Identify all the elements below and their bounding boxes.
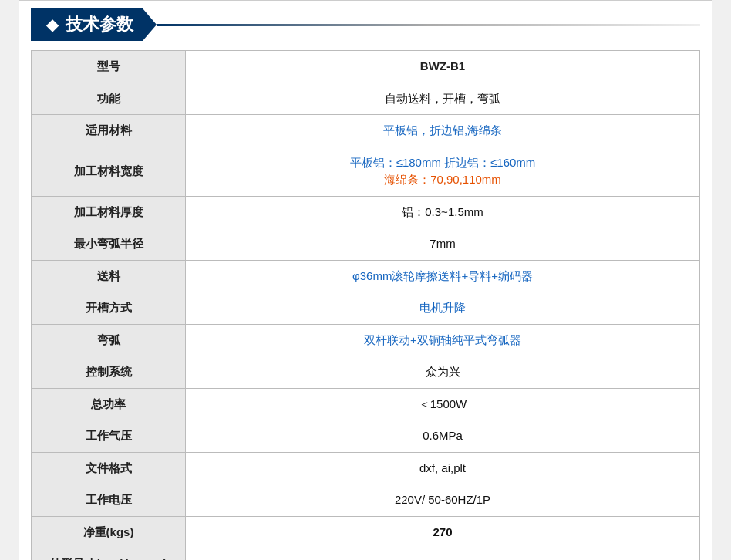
row-value: 7mm [186, 228, 700, 261]
row-value: 220V/ 50-60HZ/1P [186, 484, 700, 517]
main-container: ◆ 技术参数 型号BWZ-B1功能自动送料，开槽，弯弧适用材料平板铝，折边铝,海… [19, 0, 712, 560]
row-label: 开槽方式 [32, 292, 186, 325]
row-value: 双杆联动+双铜轴纯平式弯弧器 [186, 324, 700, 356]
row-label: 型号 [32, 51, 186, 83]
row-label: 加工材料宽度 [32, 147, 186, 196]
row-label: 工作气压 [32, 420, 186, 453]
row-value: 平板铝，折边铝,海绵条 [186, 115, 700, 147]
row-label: 加工材料厚度 [32, 196, 186, 228]
table-row: 加工材料宽度平板铝：≤180mm 折边铝：≤160mm海绵条：70,90,110… [32, 147, 700, 196]
table-row: 弯弧双杆联动+双铜轴纯平式弯弧器 [32, 324, 700, 356]
row-label: 送料 [32, 260, 186, 292]
table-row: 加工材料厚度铝：0.3~1.5mm [32, 196, 700, 228]
row-value: 0.6MPa [186, 420, 700, 453]
row-value: 众为兴 [186, 356, 700, 389]
row-value: 铝：0.3~1.5mm [186, 196, 700, 228]
table-row: 开槽方式电机升降 [32, 292, 700, 325]
row-label: 控制系统 [32, 356, 186, 389]
row-value: 自动送料，开槽，弯弧 [186, 83, 700, 115]
table-row: 工作气压0.6MPa [32, 420, 700, 453]
table-row: 总功率＜1500W [32, 388, 700, 420]
row-value: 平板铝：≤180mm 折边铝：≤160mm海绵条：70,90,110mm [186, 147, 700, 196]
table-row: 工作电压220V/ 50-60HZ/1P [32, 484, 700, 517]
row-label: 文件格式 [32, 452, 186, 484]
title-icon: ◆ [46, 15, 58, 34]
specs-table: 型号BWZ-B1功能自动送料，开槽，弯弧适用材料平板铝，折边铝,海绵条加工材料宽… [31, 50, 700, 560]
row-label: 净重(kgs) [32, 516, 186, 548]
row-value: ＜1500W [186, 388, 700, 420]
row-label: 外形尺寸(mm)(L*W*H) [32, 548, 186, 561]
row-value: dxf, ai,plt [186, 452, 700, 484]
row-label: 功能 [32, 83, 186, 115]
table-row: 型号BWZ-B1 [32, 51, 700, 83]
row-value: BWZ-B1 [186, 51, 700, 83]
row-label: 弯弧 [32, 324, 186, 356]
title-banner: ◆ 技术参数 [31, 8, 157, 41]
table-row: 外形尺寸(mm)(L*W*H)2100*800*1530 [32, 548, 700, 561]
row-value: 2100*800*1530 [186, 548, 700, 561]
row-value: 270 [186, 516, 700, 548]
row-label: 最小弯弧半径 [32, 228, 186, 261]
table-row: 控制系统众为兴 [32, 356, 700, 389]
table-row: 最小弯弧半径7mm [32, 228, 700, 261]
table-row: 适用材料平板铝，折边铝,海绵条 [32, 115, 700, 147]
row-label: 适用材料 [32, 115, 186, 147]
row-value: 电机升降 [186, 292, 700, 325]
table-row: 送料φ36mm滚轮摩擦送料+导料+编码器 [32, 260, 700, 292]
table-row: 文件格式dxf, ai,plt [32, 452, 700, 484]
page-title: 技术参数 [66, 13, 133, 36]
table-row: 功能自动送料，开槽，弯弧 [32, 83, 700, 115]
row-label: 总功率 [32, 388, 186, 420]
row-label: 工作电压 [32, 484, 186, 517]
table-row: 净重(kgs)270 [32, 516, 700, 548]
header-line [157, 24, 700, 26]
row-value: φ36mm滚轮摩擦送料+导料+编码器 [186, 260, 700, 292]
header-row: ◆ 技术参数 [31, 8, 700, 41]
